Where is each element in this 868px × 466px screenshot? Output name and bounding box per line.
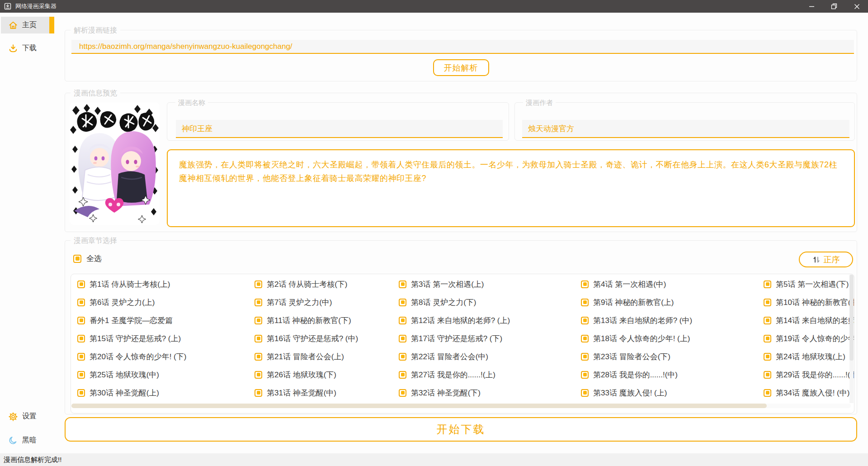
chapter-label: 第17话 守护还是惩戒? (下) bbox=[411, 333, 502, 344]
vertical-scrollbar[interactable] bbox=[849, 275, 854, 403]
horizontal-scrollbar-thumb[interactable] bbox=[71, 404, 767, 408]
start-download-button[interactable]: 开始下载 bbox=[65, 417, 857, 442]
chapter-item[interactable]: 第23话 冒险者公会(下) bbox=[581, 352, 764, 362]
chapter-checkbox-checked[interactable] bbox=[255, 317, 262, 324]
chapter-checkbox-checked[interactable] bbox=[764, 389, 771, 397]
chapter-item[interactable]: 第28话 我是你的......!(中) bbox=[581, 370, 764, 380]
chapter-item[interactable]: 番外1 圣魔学院—恋爱篇 bbox=[77, 315, 255, 326]
chapter-checkbox-checked[interactable] bbox=[581, 353, 589, 361]
chapter-item[interactable]: 第31话 神圣觉醒(中) bbox=[255, 388, 399, 398]
parse-button[interactable]: 开始解析 bbox=[433, 59, 489, 76]
chapter-checkbox-checked[interactable] bbox=[77, 281, 85, 288]
chapter-item[interactable]: 第26话 地狱玫瑰(下) bbox=[255, 370, 399, 380]
chapter-checkbox-checked[interactable] bbox=[581, 281, 589, 288]
sidebar-item-home[interactable]: 主页 bbox=[1, 17, 54, 33]
chapter-checkbox-checked[interactable] bbox=[764, 299, 771, 306]
chapter-checkbox-checked[interactable] bbox=[581, 299, 589, 306]
chapter-checkbox-checked[interactable] bbox=[764, 317, 771, 324]
chapter-checkbox-checked[interactable] bbox=[77, 317, 85, 324]
chapter-checkbox-checked[interactable] bbox=[581, 317, 589, 324]
chapter-item[interactable]: 第13话 来自地狱的老师? (中) bbox=[581, 315, 764, 326]
chapter-item[interactable]: 第16话 守护还是惩戒? (中) bbox=[255, 333, 399, 344]
chapter-checkbox-checked[interactable] bbox=[581, 389, 589, 397]
chapter-checkbox-checked[interactable] bbox=[399, 335, 406, 342]
chapter-checkbox-checked[interactable] bbox=[77, 335, 85, 342]
chapter-item[interactable]: 第12话 来自地狱的老师? (上) bbox=[399, 315, 581, 326]
chapter-item[interactable]: 第34话 魔族入侵! (中) bbox=[764, 388, 854, 398]
chapter-item[interactable]: 第24话 地狱玫瑰(上) bbox=[764, 352, 854, 362]
chapter-checkbox-checked[interactable] bbox=[399, 299, 406, 306]
chapter-item[interactable]: 第32话 神圣觉醒(下) bbox=[399, 388, 581, 398]
manga-author-input[interactable] bbox=[522, 120, 849, 138]
manga-description[interactable]: 魔族强势，在人类即将被灭绝之时，六大圣殿崛起，带领着人类守住最后的领土。一名少年… bbox=[167, 149, 855, 227]
sidebar-item-settings[interactable]: 设置 bbox=[1, 408, 54, 425]
chapter-checkbox-checked[interactable] bbox=[399, 317, 406, 324]
chapter-checkbox-checked[interactable] bbox=[581, 371, 589, 379]
chapter-checkbox-checked[interactable] bbox=[764, 335, 771, 342]
chapter-checkbox-checked[interactable] bbox=[399, 389, 406, 397]
chapter-item[interactable]: 第20话 令人惊奇的少年! (下) bbox=[77, 352, 255, 362]
minimize-button[interactable] bbox=[800, 0, 823, 13]
manga-info-legend: 漫画信息预览 bbox=[71, 89, 120, 98]
sidebar: 主页 下载 设置 黑暗 bbox=[0, 13, 55, 453]
horizontal-scrollbar[interactable] bbox=[71, 404, 851, 408]
chapter-item[interactable]: 第3话 第一次相遇(上) bbox=[399, 279, 581, 290]
chapter-checkbox-checked[interactable] bbox=[255, 299, 262, 306]
maximize-button[interactable] bbox=[823, 0, 845, 13]
chapter-item[interactable]: 第6话 灵炉之力(上) bbox=[77, 297, 255, 308]
chapter-checkbox-checked[interactable] bbox=[77, 389, 85, 397]
chapter-item[interactable]: 第4话 第一次相遇(中) bbox=[581, 279, 764, 290]
chapter-checkbox-checked[interactable] bbox=[77, 371, 85, 379]
chapter-item[interactable]: 第8话 灵炉之力(下) bbox=[399, 297, 581, 308]
chapter-checkbox-checked[interactable] bbox=[255, 389, 262, 397]
chapter-checkbox-checked[interactable] bbox=[77, 299, 85, 306]
chapter-label: 第32话 神圣觉醒(下) bbox=[411, 388, 481, 398]
chapter-item[interactable]: 第10话 神秘的新教官(中) bbox=[764, 297, 854, 308]
chapter-item[interactable]: 第18话 令人惊奇的少年! (上) bbox=[581, 333, 764, 344]
select-all-toggle[interactable]: 全选 bbox=[73, 253, 102, 264]
chapter-item[interactable]: 第17话 守护还是惩戒? (下) bbox=[399, 333, 581, 344]
vertical-scrollbar-thumb[interactable] bbox=[849, 275, 854, 361]
chapter-checkbox-checked[interactable] bbox=[399, 281, 406, 288]
chapter-item[interactable]: 第25话 地狱玫瑰(中) bbox=[77, 370, 255, 380]
chapter-checkbox-checked[interactable] bbox=[764, 281, 771, 288]
chapter-checkbox-checked[interactable] bbox=[764, 353, 771, 361]
chapter-label: 第29话 我是你的......!(下) bbox=[776, 370, 854, 380]
manga-url-input[interactable] bbox=[71, 40, 854, 54]
chapter-label: 第28话 我是你的......!(中) bbox=[593, 370, 678, 380]
sort-order-button[interactable]: 正序 bbox=[799, 252, 853, 267]
chapter-item[interactable]: 第5话 第一次相遇(下) bbox=[764, 279, 854, 290]
sidebar-item-download[interactable]: 下载 bbox=[1, 40, 54, 57]
chapter-label: 第25话 地狱玫瑰(中) bbox=[90, 370, 159, 380]
sidebar-item-darkmode[interactable]: 黑暗 bbox=[1, 432, 54, 449]
chapter-item[interactable]: 第27话 我是你的......!(上) bbox=[399, 370, 581, 380]
select-all-checkbox-checked[interactable] bbox=[73, 255, 81, 263]
chapter-item[interactable]: 第9话 神秘的新教官(上) bbox=[581, 297, 764, 308]
chapter-item[interactable]: 第11话 神秘的新教官(下) bbox=[255, 315, 399, 326]
chapter-label: 第10话 神秘的新教官(中) bbox=[776, 297, 854, 308]
chapter-checkbox-checked[interactable] bbox=[764, 371, 771, 379]
chapter-item[interactable]: 第22话 冒险者公会(中) bbox=[399, 352, 581, 362]
chapter-checkbox-checked[interactable] bbox=[399, 371, 406, 379]
chapter-item[interactable]: 第29话 我是你的......!(下) bbox=[764, 370, 854, 380]
chapter-item[interactable]: 第19话 令人惊奇的少年! (中) bbox=[764, 333, 854, 344]
chapter-checkbox-checked[interactable] bbox=[399, 353, 406, 361]
chapter-checkbox-checked[interactable] bbox=[255, 281, 262, 288]
chapter-item[interactable]: 第15话 守护还是惩戒? (上) bbox=[77, 333, 255, 344]
chapter-checkbox-checked[interactable] bbox=[77, 353, 85, 361]
chapter-item[interactable]: 第1话 侍从骑士考核(上) bbox=[77, 279, 255, 290]
chapter-checkbox-checked[interactable] bbox=[255, 353, 262, 361]
chapter-item[interactable]: 第14话 来自地狱的老师? (下) bbox=[764, 315, 854, 326]
chapter-item[interactable]: 第2话 侍从骑士考核(下) bbox=[255, 279, 399, 290]
chapter-row: 番外1 圣魔学院—恋爱篇第11话 神秘的新教官(下)第12话 来自地狱的老师? … bbox=[71, 311, 854, 329]
chapter-item[interactable]: 第30话 神圣觉醒(上) bbox=[77, 388, 255, 398]
chapter-checkbox-checked[interactable] bbox=[255, 335, 262, 342]
chapter-label: 第5话 第一次相遇(下) bbox=[776, 279, 849, 290]
close-button[interactable] bbox=[845, 0, 868, 13]
manga-name-input[interactable] bbox=[176, 120, 503, 138]
chapter-checkbox-checked[interactable] bbox=[255, 371, 262, 379]
chapter-item[interactable]: 第33话 魔族入侵! (上) bbox=[581, 388, 764, 398]
chapter-item[interactable]: 第21话 冒险者公会(上) bbox=[255, 352, 399, 362]
chapter-item[interactable]: 第7话 灵炉之力(中) bbox=[255, 297, 399, 308]
chapter-checkbox-checked[interactable] bbox=[581, 335, 589, 342]
